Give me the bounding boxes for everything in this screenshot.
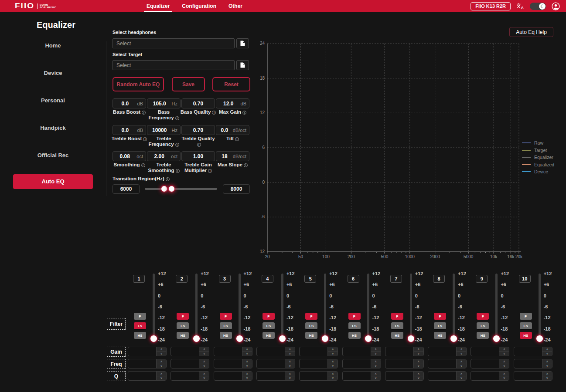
band-9-filter-hs-button[interactable]: HS [477,332,489,339]
band-7-q-input[interactable]: ∧∨ [385,371,424,381]
band-4-q-input[interactable]: ∧∨ [256,371,295,381]
info-icon[interactable]: i [242,111,246,115]
sidebar-item-personal[interactable]: Personal [0,97,106,104]
band-10-freq-increment-button[interactable]: ∧ [542,359,552,364]
band-4-q-increment-button[interactable]: ∧ [285,372,295,376]
band-5-freq-increment-button[interactable]: ∧ [328,359,338,364]
band-4-freq-increment-button[interactable]: ∧ [285,359,295,364]
band-4-filter-ls-button[interactable]: LS [263,322,275,329]
band-8-q-decrement-button[interactable]: ∨ [457,376,466,381]
band-7-freq-decrement-button[interactable]: ∨ [414,364,423,368]
band-1-filter-ls-button[interactable]: LS [134,322,146,329]
band-1-gain-input[interactable]: ∧∨ [128,347,167,356]
band-9-freq-increment-button[interactable]: ∧ [499,359,509,364]
band-6-filter-ls-button[interactable]: LS [348,322,361,329]
band-8-gain-input[interactable]: ∧∨ [428,347,467,356]
band-5-q-input[interactable]: ∧∨ [299,371,338,381]
band-1-gain-decrement-button[interactable]: ∨ [157,352,166,356]
band-10-q-increment-button[interactable]: ∧ [542,372,552,376]
band-4-gain-input[interactable]: ∧∨ [256,347,295,356]
band-10-gain-decrement-button[interactable]: ∨ [542,352,552,356]
band-9-gain-increment-button[interactable]: ∧ [499,347,509,352]
info-icon[interactable]: i [235,137,239,141]
band-3-filter-ls-button[interactable]: LS [220,322,232,329]
band-4-slider-handle[interactable] [279,335,286,342]
band-3-freq-increment-button[interactable]: ∧ [242,359,252,364]
sidebar-item-handpick[interactable]: Handpick [0,125,106,131]
band-9-freq-input[interactable]: ∧∨ [471,359,509,368]
band-2-filter-hs-button[interactable]: HS [177,332,189,339]
transition-slider-handle-max[interactable] [169,186,174,192]
band-10-number-button[interactable]: 10 [519,275,531,283]
legend-item-raw[interactable]: Raw [522,139,554,147]
band-8-q-increment-button[interactable]: ∧ [457,372,466,376]
band-2-filter-p-button[interactable]: P [177,313,189,320]
band-10-freq-decrement-button[interactable]: ∨ [542,364,552,368]
bass-quality-value-box[interactable]: 0.70 [181,98,215,108]
reset-button[interactable]: Reset [212,77,250,91]
band-10-filter-hs-button[interactable]: HS [520,332,532,339]
band-9-gain-decrement-button[interactable]: ∨ [499,352,509,356]
band-1-freq-increment-button[interactable]: ∧ [157,359,166,364]
band-2-filter-ls-button[interactable]: LS [177,322,189,329]
band-5-filter-ls-button[interactable]: LS [305,322,317,329]
theme-toggle[interactable]: ☾ [530,3,546,10]
band-5-slider-track[interactable] [324,274,326,340]
treble-smoothing-value-box[interactable]: 2.00oct [147,151,181,161]
max-gain-value-box[interactable]: 12.0dB [216,98,249,108]
band-9-slider-track[interactable] [495,274,498,340]
band-4-gain-decrement-button[interactable]: ∨ [285,352,295,356]
band-3-freq-decrement-button[interactable]: ∨ [242,364,252,368]
band-7-gain-decrement-button[interactable]: ∨ [414,352,423,356]
band-2-freq-decrement-button[interactable]: ∨ [199,364,209,368]
band-6-gain-input[interactable]: ∧∨ [342,347,381,356]
band-9-freq-decrement-button[interactable]: ∨ [499,364,509,368]
band-5-freq-input[interactable]: ∧∨ [299,359,338,368]
band-7-slider-track[interactable] [410,274,412,340]
band-10-slider-handle[interactable] [536,335,543,342]
legend-item-target[interactable]: Target [522,147,554,154]
band-2-freq-increment-button[interactable]: ∧ [199,359,209,364]
band-3-filter-hs-button[interactable]: HS [220,332,232,339]
band-10-filter-ls-button[interactable]: LS [520,322,532,329]
band-8-gain-decrement-button[interactable]: ∨ [457,352,466,356]
band-5-filter-hs-button[interactable]: HS [305,332,317,339]
band-3-slider-handle[interactable] [236,335,243,342]
band-5-filter-p-button[interactable]: P [305,313,317,320]
band-2-number-button[interactable]: 2 [176,275,188,283]
band-7-q-decrement-button[interactable]: ∨ [414,376,423,381]
band-9-filter-ls-button[interactable]: LS [477,322,489,329]
info-icon[interactable]: i [166,177,170,181]
treble-quality-value-box[interactable]: 0.70 [181,125,215,135]
band-1-slider-track[interactable] [153,274,155,340]
treble-gain-multiplier-value-box[interactable]: 1.00 [181,151,215,161]
info-icon[interactable]: i [141,163,145,167]
band-4-filter-p-button[interactable]: P [263,313,275,320]
band-9-q-input[interactable]: ∧∨ [471,371,509,381]
max-slope-value-box[interactable]: 18dB/oct [216,151,249,161]
band-8-slider-track[interactable] [453,274,455,340]
band-8-gain-increment-button[interactable]: ∧ [457,347,466,352]
band-2-gain-increment-button[interactable]: ∧ [199,347,209,352]
info-icon[interactable]: i [175,143,179,147]
band-6-q-input[interactable]: ∧∨ [342,371,381,381]
band-6-filter-hs-button[interactable]: HS [348,332,361,339]
band-9-slider-handle[interactable] [493,335,500,342]
band-10-freq-input[interactable]: ∧∨ [514,359,552,368]
tab-configuration[interactable]: Configuration [176,0,222,12]
band-1-gain-increment-button[interactable]: ∧ [157,347,166,352]
band-9-gain-input[interactable]: ∧∨ [471,347,509,356]
info-icon[interactable]: i [244,163,248,167]
target-file-button[interactable] [236,60,249,70]
band-5-number-button[interactable]: 5 [304,275,316,283]
device-name-button[interactable]: FIIO K13 R2R [471,2,511,10]
auto-eq-help-button[interactable]: Auto Eq Help [509,27,553,37]
band-4-freq-decrement-button[interactable]: ∨ [285,364,295,368]
band-6-freq-input[interactable]: ∧∨ [342,359,381,368]
band-2-slider-handle[interactable] [193,335,200,342]
band-4-gain-increment-button[interactable]: ∧ [285,347,295,352]
band-10-q-decrement-button[interactable]: ∨ [542,376,552,381]
band-1-filter-hs-button[interactable]: HS [134,332,146,339]
band-8-filter-hs-button[interactable]: HS [434,332,446,339]
band-10-gain-input[interactable]: ∧∨ [514,347,552,356]
